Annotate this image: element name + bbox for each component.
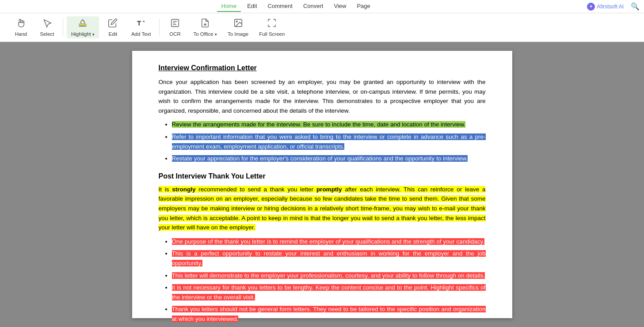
svg-rect-0 — [79, 24, 87, 26]
menu-items: HomeEditCommentConvertViewPage — [4, 1, 587, 12]
doc-container[interactable]: Interview Confirmation Letter Once your … — [0, 42, 644, 327]
list-item: This is a perfect opportunity to restate… — [172, 249, 486, 268]
toolbar: HandSelectHighlight ▾EditTAdd TextOCRTo … — [0, 13, 644, 42]
list-item: Review the arrangements made for the int… — [172, 120, 486, 129]
tool-toimage[interactable]: To Image — [223, 16, 253, 38]
para2-text2: strongly — [172, 186, 195, 193]
section1-para: Once your application has been screened … — [159, 77, 486, 115]
bullet1-text: Review the arrangements made for the int… — [172, 121, 466, 128]
addtext-label: Add Text — [131, 31, 151, 37]
tooffice-icon — [200, 18, 210, 30]
edit-label: Edit — [109, 31, 118, 37]
menu-item-comment[interactable]: Comment — [263, 1, 297, 12]
toimage-icon — [233, 18, 243, 30]
menu-item-view[interactable]: View — [329, 1, 351, 12]
section2-title: Post Interview Thank You Letter — [159, 172, 486, 180]
addtext-icon: T — [136, 18, 146, 30]
s2-bullet3: This letter will demonstrate to the empl… — [172, 272, 485, 279]
tool-hand[interactable]: Hand — [9, 16, 33, 38]
search-icon[interactable]: 🔍 — [631, 2, 640, 11]
highlight-icon — [78, 18, 88, 30]
svg-text:T: T — [137, 20, 141, 27]
toolbar-separator — [63, 19, 63, 36]
edit-icon — [108, 18, 118, 30]
tool-fullscreen[interactable]: Full Screen — [255, 16, 289, 38]
para2-text3: recommended to send a thank you letter — [196, 186, 316, 193]
menu-right: ✦ Afirstsoft AI 🔍 — [587, 2, 640, 11]
toolbar-separator — [159, 19, 160, 36]
ai-label: Afirstsoft AI — [597, 4, 624, 10]
svg-point-5 — [236, 21, 237, 22]
tooffice-label: To Office ▾ — [194, 31, 217, 37]
s2-bullet4: It is not necessary for thank you letter… — [172, 284, 486, 300]
list-item: It is not necessary for thank you letter… — [172, 283, 486, 302]
hand-label: Hand — [15, 31, 27, 37]
tool-tooffice[interactable]: To Office ▾ — [189, 16, 221, 38]
bullet2-text: Refer to important information that you … — [172, 133, 486, 150]
s2-bullet5: Thank you letters should not be general … — [172, 306, 486, 322]
menu-item-home[interactable]: Home — [217, 1, 241, 12]
menu-item-convert[interactable]: Convert — [299, 1, 328, 12]
tool-edit[interactable]: Edit — [101, 16, 125, 38]
s2-bullet1: One purpose of the thank you letter is t… — [172, 238, 484, 245]
main-area: Interview Confirmation Letter Once your … — [0, 42, 644, 327]
section1-bullets: Review the arrangements made for the int… — [172, 120, 486, 163]
hand-icon — [16, 18, 26, 30]
list-item: One purpose of the thank you letter is t… — [172, 237, 486, 247]
ocr-label: OCR — [169, 31, 181, 37]
doc-page: Interview Confirmation Letter Once your … — [132, 51, 512, 318]
ocr-icon — [170, 18, 180, 30]
toimage-label: To Image — [228, 31, 248, 37]
section1-title: Interview Confirmation Letter — [159, 64, 486, 72]
bullet3-text: Restate your appreciation for the employ… — [172, 155, 468, 162]
fullscreen-label: Full Screen — [259, 31, 285, 37]
tool-ocr[interactable]: OCR — [163, 16, 187, 38]
menu-bar: HomeEditCommentConvertViewPage ✦ Afirsts… — [0, 0, 644, 13]
highlight-label: Highlight ▾ — [71, 31, 95, 37]
tool-select[interactable]: Select — [35, 16, 59, 38]
section2-bullets: One purpose of the thank you letter is t… — [172, 237, 486, 324]
fullscreen-icon — [267, 18, 277, 30]
list-item: Restate your appreciation for the employ… — [172, 154, 486, 164]
menu-item-page[interactable]: Page — [352, 1, 374, 12]
para2-text4: promptly — [316, 186, 342, 193]
tool-highlight[interactable]: Highlight ▾ — [67, 16, 99, 38]
menu-item-edit[interactable]: Edit — [243, 1, 261, 12]
s2-bullet2: This is a perfect opportunity to restate… — [172, 250, 486, 266]
para2-text1: It is — [159, 186, 172, 193]
list-item: Thank you letters should not be general … — [172, 304, 486, 323]
ai-icon: ✦ — [587, 3, 595, 11]
list-item: This letter will demonstrate to the empl… — [172, 271, 486, 281]
section2-para: It is strongly recommended to send a tha… — [159, 185, 486, 232]
list-item: Refer to important information that you … — [172, 132, 486, 151]
ai-badge: ✦ Afirstsoft AI — [587, 3, 624, 11]
tool-addtext[interactable]: TAdd Text — [127, 16, 156, 38]
select-icon — [42, 18, 52, 30]
select-label: Select — [40, 31, 54, 37]
